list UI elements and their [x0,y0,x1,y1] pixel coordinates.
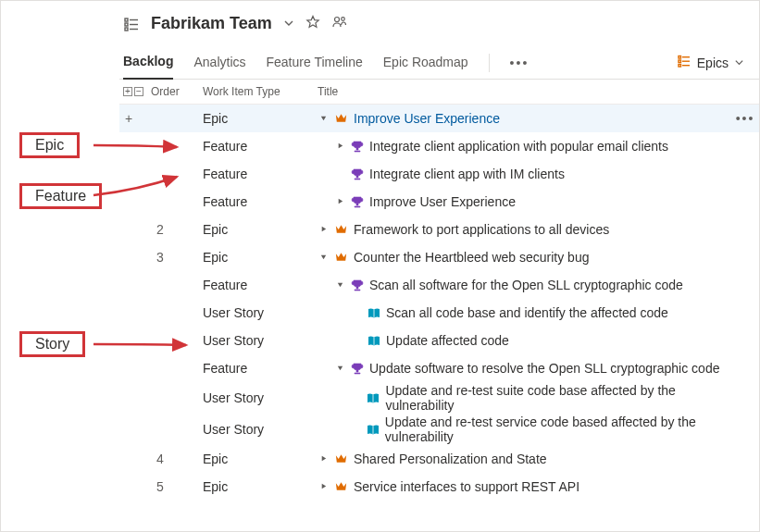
table-row[interactable]: 5EpicService interfaces to support REST … [119,473,759,501]
annotation-story-label: Story [19,331,85,357]
book-icon [367,424,380,436]
col-type[interactable]: Work Item Type [203,85,318,98]
backlog-icon [123,16,140,32]
svg-rect-10 [679,60,681,63]
table-row[interactable]: FeatureIntegrate client app with IM clie… [119,160,759,188]
row-order: 4 [151,452,203,466]
row-title: Integrate client application with popula… [369,139,668,154]
favorite-star-icon[interactable] [305,15,320,32]
team-members-icon[interactable] [331,15,348,32]
row-order: 3 [151,250,203,265]
svg-point-6 [334,18,339,22]
table-row[interactable]: User StoryUpdate affected code [119,327,759,354]
team-name[interactable]: Fabrikam Team [151,14,272,33]
expand-caret-icon[interactable] [334,279,345,291]
row-type: Epic [203,479,318,494]
table-row[interactable]: User StoryUpdate and re-test service cod… [119,414,759,445]
row-type: Feature [203,361,318,376]
expand-all-button[interactable]: + [123,87,132,96]
table-row[interactable]: User StoryUpdate and re-test suite code … [119,382,759,414]
table-row[interactable]: FeatureImprove User Experience [119,188,759,216]
row-type: User Story [203,333,318,348]
tabs-more-icon[interactable]: ••• [510,56,530,70]
row-type: Epic [203,250,318,265]
tab-epic-roadmap[interactable]: Epic Roadmap [383,47,468,79]
col-order[interactable]: Order [151,85,203,98]
table-row[interactable]: FeatureUpdate software to resolve the Op… [119,354,759,382]
table-row[interactable]: FeatureIntegrate client application with… [119,132,759,160]
row-title: Update software to resolve the Open SLL … [369,361,719,376]
row-title[interactable]: Improve User Experience [354,111,500,126]
trophy-icon [351,167,364,180]
row-type: User Story [203,390,318,405]
expand-caret-icon[interactable] [334,196,345,207]
row-title: Update and re-test service code based af… [385,414,731,444]
row-title: Scan all code base and identify the affe… [386,305,668,320]
backlog-level-label: Epics [697,56,729,70]
chevron-down-icon [734,57,744,68]
table-row[interactable]: 2EpicFramework to port applications to a… [119,216,759,243]
row-title: Framework to port applications to all de… [354,222,609,237]
crown-icon [334,223,348,236]
row-type: Epic [203,222,318,237]
annotation-epic-label: Epic [19,132,80,158]
row-type: Feature [203,278,318,292]
row-type: Feature [203,167,318,181]
expand-caret-icon[interactable] [318,453,329,464]
svg-rect-8 [679,56,681,59]
row-title: Counter the Heartbleed web security bug [354,250,589,265]
row-type: User Story [203,422,318,437]
add-child-button[interactable]: + [123,113,134,124]
svg-point-7 [341,18,344,21]
row-title: Update affected code [386,333,509,348]
expand-caret-icon[interactable] [318,224,329,235]
svg-rect-0 [125,19,128,21]
table-row[interactable]: 4EpicShared Personalization and State [119,445,759,473]
row-title: Service interfaces to support REST API [354,479,579,494]
tab-feature-timeline[interactable]: Feature Timeline [267,47,363,79]
tabs-bar: Backlog Analytics Feature Timeline Epic … [119,46,759,80]
trophy-icon [351,140,364,153]
crown-icon [334,251,348,264]
table-row[interactable]: User StoryScan all code base and identif… [119,299,759,327]
row-title: Improve User Experience [369,194,516,209]
row-type: Feature [203,194,318,209]
row-title: Update and re-test suite code base affec… [385,383,731,413]
tab-analytics[interactable]: Analytics [193,47,245,79]
row-title: Scan all software for the Open SLL crypt… [369,278,683,292]
page-header: Fabrikam Team [119,10,759,46]
book-icon [368,307,380,319]
row-type: Feature [203,139,318,154]
row-type: User Story [203,305,318,320]
backlog-rows: +EpicImprove User Experience•••FeatureIn… [119,105,759,501]
tab-backlog[interactable]: Backlog [123,46,173,80]
crown-icon [334,112,348,125]
row-type: Epic [203,111,318,126]
expand-caret-icon[interactable] [318,481,329,492]
trophy-icon [351,195,364,208]
expand-caret-icon[interactable] [318,113,329,124]
epics-level-icon [677,54,691,71]
svg-rect-2 [125,23,128,26]
annotation-feature-label: Feature [19,183,102,209]
col-title[interactable]: Title [318,85,759,98]
crown-icon [334,480,348,493]
row-order: 2 [151,222,203,237]
svg-rect-4 [125,28,128,31]
row-more-icon[interactable]: ••• [731,111,759,126]
column-headers: + − Order Work Item Type Title [119,80,759,105]
collapse-all-button[interactable]: − [134,87,143,96]
crown-icon [334,452,348,465]
row-order: 5 [151,479,203,494]
table-row[interactable]: 3EpicCounter the Heartbleed web security… [119,243,759,271]
book-icon [368,335,380,347]
expand-caret-icon[interactable] [334,141,345,152]
table-row[interactable]: FeatureScan all software for the Open SL… [119,271,759,299]
trophy-icon [351,278,364,291]
table-row[interactable]: +EpicImprove User Experience••• [119,105,759,132]
expand-caret-icon[interactable] [334,363,345,374]
team-dropdown-chevron-icon[interactable] [283,17,294,31]
backlog-level-selector[interactable]: Epics [677,54,744,71]
expand-caret-icon[interactable] [318,252,329,263]
row-title: Shared Personalization and State [354,452,547,466]
